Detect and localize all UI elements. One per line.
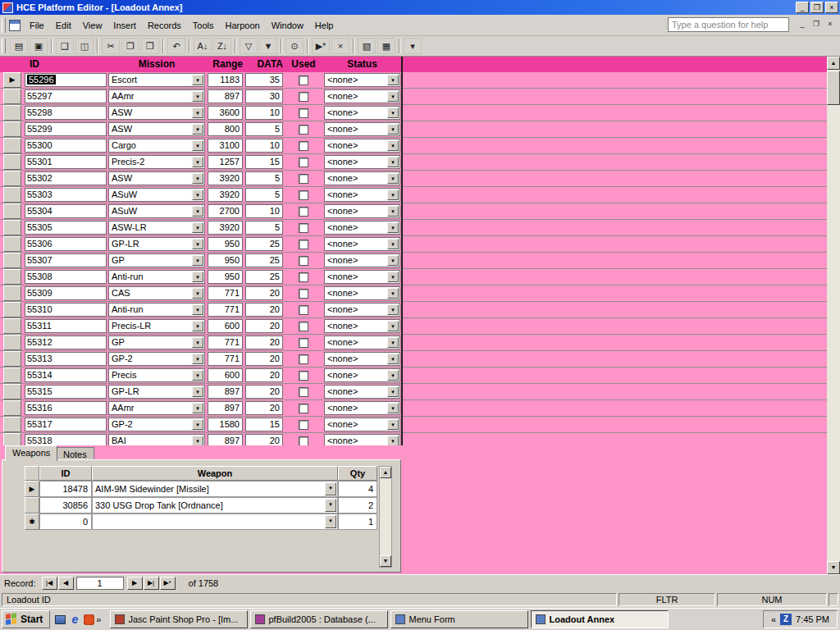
task-button-3[interactable]: Menu Form — [390, 610, 528, 628]
id-field[interactable]: 55316 — [25, 401, 107, 415]
status-combobox[interactable]: <none>▾ — [324, 237, 400, 251]
status-combobox[interactable]: <none>▾ — [324, 336, 400, 349]
print-button[interactable]: ❑ — [56, 38, 74, 54]
dropdown-arrow-icon[interactable]: ▾ — [387, 304, 399, 315]
data-field[interactable]: 35 — [245, 73, 283, 87]
database-window-button[interactable]: ▦ — [377, 38, 395, 54]
tray-chevron-icon[interactable]: « — [771, 614, 776, 624]
print-preview-button[interactable]: ◫ — [75, 38, 94, 54]
dropdown-arrow-icon[interactable]: ▾ — [192, 239, 203, 249]
mission-combobox[interactable]: GP-2▾ — [108, 418, 205, 431]
dropdown-arrow-icon[interactable]: ▾ — [192, 370, 203, 381]
dropdown-arrow-icon[interactable]: ▾ — [192, 354, 203, 364]
mission-combobox[interactable]: ASW▾ — [108, 122, 205, 136]
mdi-minimize-button[interactable]: _ — [796, 19, 809, 30]
dropdown-arrow-icon[interactable]: ▾ — [192, 140, 203, 151]
first-record-button[interactable]: |◀ — [42, 577, 57, 590]
toolbar-options-button[interactable]: ▾ — [404, 38, 422, 54]
data-field[interactable]: 10 — [245, 106, 283, 120]
record-selector[interactable] — [3, 154, 21, 170]
status-combobox[interactable]: <none>▾ — [324, 385, 400, 399]
dropdown-arrow-icon[interactable]: ▾ — [387, 419, 399, 430]
close-button[interactable]: × — [825, 2, 838, 13]
dropdown-arrow-icon[interactable]: ▾ — [192, 189, 203, 200]
range-field[interactable]: 1183 — [208, 73, 243, 87]
record-selector[interactable] — [3, 302, 21, 317]
task-button-2[interactable]: pfBuild2005 : Database (... — [250, 610, 388, 628]
sub-id-field[interactable]: 0 — [39, 514, 92, 530]
data-field[interactable]: 5 — [245, 221, 283, 235]
sub-record-selector[interactable]: ✱ — [25, 514, 39, 530]
dropdown-arrow-icon[interactable]: ▾ — [387, 239, 399, 249]
toolbar-grip[interactable] — [2, 39, 6, 53]
dropdown-arrow-icon[interactable]: ▾ — [192, 75, 203, 85]
mission-combobox[interactable]: AAmr▾ — [108, 401, 205, 415]
status-combobox[interactable]: <none>▾ — [324, 89, 400, 103]
checkbox-icon[interactable] — [299, 240, 308, 249]
checkbox-icon[interactable] — [299, 305, 308, 315]
help-search-input[interactable] — [668, 17, 789, 32]
range-field[interactable]: 1580 — [208, 418, 243, 431]
record-selector[interactable] — [3, 269, 21, 285]
scroll-down-icon[interactable]: ▼ — [827, 561, 840, 574]
status-combobox[interactable]: <none>▾ — [324, 319, 400, 333]
id-field[interactable]: 55314 — [25, 368, 107, 382]
checkbox-icon[interactable] — [299, 289, 308, 299]
range-field[interactable]: 3600 — [208, 106, 243, 120]
record-selector[interactable] — [3, 187, 21, 203]
next-record-button[interactable]: ▶ — [127, 577, 143, 590]
checkbox-icon[interactable] — [299, 338, 308, 348]
new-record-button[interactable]: ▶* — [160, 577, 176, 590]
record-selector[interactable]: ▶ — [3, 72, 21, 88]
dropdown-arrow-icon[interactable]: ▾ — [387, 272, 399, 282]
apply-filter-button[interactable]: ▼ — [259, 38, 277, 54]
id-field[interactable]: 55297 — [25, 89, 107, 103]
tray-app-icon[interactable]: Z — [780, 614, 792, 625]
data-field[interactable]: 10 — [245, 204, 283, 218]
dropdown-arrow-icon[interactable]: ▾ — [192, 91, 203, 102]
status-combobox[interactable]: <none>▾ — [324, 418, 400, 431]
data-field[interactable]: 25 — [245, 270, 283, 284]
checkbox-icon[interactable] — [299, 75, 308, 85]
data-field[interactable]: 20 — [245, 303, 283, 317]
mission-combobox[interactable]: GP▾ — [108, 253, 205, 267]
checkbox-icon[interactable] — [299, 125, 308, 135]
form-system-icon[interactable] — [9, 20, 21, 31]
dropdown-arrow-icon[interactable]: ▾ — [387, 91, 399, 102]
status-combobox[interactable]: <none>▾ — [324, 204, 400, 218]
mission-combobox[interactable]: ASuW▾ — [108, 204, 205, 218]
id-field[interactable]: 55310 — [25, 303, 107, 317]
id-field[interactable]: 55305 — [25, 221, 107, 235]
dropdown-arrow-icon[interactable]: ▾ — [387, 354, 399, 364]
range-field[interactable]: 3920 — [208, 221, 243, 235]
status-combobox[interactable]: <none>▾ — [324, 171, 400, 185]
id-field[interactable]: 55306 — [25, 237, 107, 251]
dropdown-arrow-icon[interactable]: ▾ — [387, 386, 399, 397]
show-desktop-icon[interactable] — [55, 615, 66, 624]
form-view-button[interactable]: ▤ — [10, 38, 28, 54]
sub-record-selector[interactable] — [25, 497, 39, 514]
dropdown-arrow-icon[interactable]: ▾ — [387, 288, 399, 299]
dropdown-arrow-icon[interactable]: ▾ — [192, 403, 203, 413]
range-field[interactable]: 950 — [208, 253, 243, 267]
range-field[interactable]: 950 — [208, 237, 243, 251]
scroll-up-icon[interactable]: ▲ — [380, 467, 391, 478]
range-field[interactable]: 771 — [208, 336, 243, 349]
record-selector[interactable] — [3, 318, 21, 334]
dropdown-arrow-icon[interactable]: ▾ — [387, 189, 399, 200]
vertical-scrollbar[interactable]: ▲ ▼ — [827, 57, 840, 574]
menu-tools[interactable]: Tools — [187, 18, 220, 33]
menu-edit[interactable]: Edit — [50, 18, 77, 33]
range-field[interactable]: 3100 — [208, 139, 243, 153]
sub-id-field[interactable]: 18478 — [39, 481, 92, 497]
data-field[interactable]: 20 — [245, 401, 283, 415]
dropdown-arrow-icon[interactable]: ▾ — [192, 157, 203, 167]
status-combobox[interactable]: <none>▾ — [324, 303, 400, 317]
data-field[interactable]: 5 — [245, 171, 283, 185]
status-combobox[interactable]: <none>▾ — [324, 122, 400, 136]
id-field[interactable]: 55313 — [25, 352, 107, 366]
dropdown-arrow-icon[interactable]: ▾ — [192, 337, 203, 348]
status-combobox[interactable]: <none>▾ — [324, 106, 400, 120]
id-field[interactable]: 55301 — [25, 155, 107, 169]
range-field[interactable]: 3920 — [208, 188, 243, 202]
